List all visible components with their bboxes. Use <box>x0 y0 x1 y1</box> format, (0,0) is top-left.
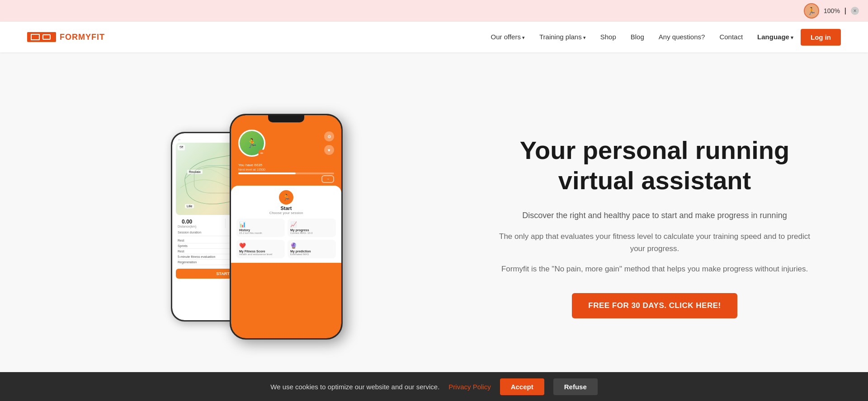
hero-subtitle: Discover the right and healthy pace to s… <box>495 209 814 222</box>
front-card-section: 🏃 Start Choose your session 📊 History 15… <box>231 186 341 263</box>
prediction-sub: Estimated MAS <box>290 253 333 256</box>
phone-front: 🏃 ✏ ⚙ ♥ You have 6635 Next level at 1050… <box>230 114 343 340</box>
fitness-sub: Health and endurance level <box>239 253 282 256</box>
browser-zoom: 100% <box>824 7 840 14</box>
browser-separator: | <box>844 7 846 15</box>
edit-badge: ✏ <box>258 149 265 157</box>
progress-title: My progress <box>290 228 333 232</box>
nav-item-training-plans[interactable]: Training plans <box>539 33 586 41</box>
hero-title: Your personal running virtual assistant <box>495 135 814 196</box>
navbar: FORMYFIT Our offers Training plans Shop … <box>0 22 868 52</box>
history-icon: 📊 <box>239 221 282 228</box>
cookie-accept-button[interactable]: Accept <box>500 378 544 395</box>
start-orange-icon: 🏃 <box>279 190 293 205</box>
fitness-icon: ❤️ <box>239 242 282 249</box>
phone-notch <box>268 115 304 122</box>
cookie-bar: We use cookies to optimize our website a… <box>0 372 868 401</box>
browser-close-button[interactable]: × <box>851 7 859 15</box>
cookie-refuse-button[interactable]: Refuse <box>553 378 598 395</box>
grid-item-prediction: 🔮 My prediction Estimated MAS <box>288 240 336 258</box>
hero-text: Your personal running virtual assistant … <box>477 108 868 346</box>
nav-item-blog[interactable]: Blog <box>631 33 644 41</box>
nav-link-our-offers[interactable]: Our offers <box>491 33 525 41</box>
settings-icon: ⚙ <box>324 131 334 141</box>
progress-bar-fill <box>238 173 296 174</box>
cta-button[interactable]: FREE FOR 30 DAYS. CLICK HERE! <box>572 293 737 318</box>
browser-bar: 🏃 100% | × <box>0 0 868 22</box>
hero-phones: ← ⚙ 🗺 Kortrijk Roubaix Lille <box>0 69 477 385</box>
nav-link-blog[interactable]: Blog <box>631 33 644 41</box>
history-title: History <box>239 228 282 232</box>
history-sub: 15.2 km this month <box>239 232 282 234</box>
hero-desc: The only app that evaluates your fitness… <box>495 230 814 255</box>
nav-links: Our offers Training plans Shop Blog Any … <box>491 33 793 41</box>
nav-link-language[interactable]: Language <box>757 33 793 41</box>
nav-link-questions[interactable]: Any questions? <box>659 33 705 41</box>
nav-item-language[interactable]: Language <box>757 33 793 41</box>
front-header: 🏃 ✏ ⚙ ♥ <box>231 122 341 160</box>
prediction-title: My prediction <box>290 250 333 253</box>
fitness-title: My Fitness Score <box>239 250 282 253</box>
hero-section: ← ⚙ 🗺 Kortrijk Roubaix Lille <box>0 52 868 401</box>
logo-text: FORMYFIT <box>60 33 105 42</box>
start-label: Start <box>236 205 336 211</box>
phone-front-screen: 🏃 ✏ ⚙ ♥ You have 6635 Next level at 1050… <box>231 115 341 338</box>
next-level-text: Next level at 10500 <box>238 168 265 171</box>
progress-icon: 📈 <box>290 221 333 228</box>
phone-container: ← ⚙ 🗺 Kortrijk Roubaix Lille <box>171 114 343 385</box>
start-sub: Choose your session <box>236 211 336 215</box>
map-city2: Roubaix <box>187 170 203 174</box>
nav-item-shop[interactable]: Shop <box>600 33 616 41</box>
prediction-icon: 🔮 <box>290 242 333 249</box>
nav-item-contact[interactable]: Contact <box>719 33 743 41</box>
nav-item-questions[interactable]: Any questions? <box>659 33 705 41</box>
next-btn: → <box>321 175 334 183</box>
logo[interactable]: FORMYFIT <box>27 32 105 42</box>
start-icon-area: 🏃 Start Choose your session <box>236 190 336 215</box>
front-icons: ⚙ ♥ <box>324 131 334 155</box>
progress-sub: Current MAS: 10.0 <box>290 232 333 234</box>
privacy-policy-link[interactable]: Privacy Policy <box>448 383 491 391</box>
cookie-message: We use cookies to optimize our website a… <box>270 383 439 391</box>
points-text: You have 6635 <box>238 163 334 167</box>
grid-item-fitness: ❤️ My Fitness Score Health and endurance… <box>236 240 285 258</box>
avatar-container: 🏃 ✏ <box>238 130 265 157</box>
nav-link-training-plans[interactable]: Training plans <box>539 33 586 41</box>
nav-item-our-offers[interactable]: Our offers <box>491 33 525 41</box>
feature-grid: 📊 History 15.2 km this month 📈 My progre… <box>236 219 336 258</box>
progress-bar-bg <box>238 173 334 174</box>
browser-avatar: 🏃 <box>804 3 819 19</box>
logo-icon <box>27 32 56 42</box>
hero-tagline: Formyfit is the "No pain, more gain" met… <box>495 263 814 275</box>
nav-link-shop[interactable]: Shop <box>600 33 616 41</box>
login-button[interactable]: Log in <box>801 29 841 46</box>
points-bar: You have 6635 Next level at 10500 → <box>231 160 341 186</box>
grid-item-history: 📊 History 15.2 km this month <box>236 219 285 237</box>
nav-link-contact[interactable]: Contact <box>719 33 743 41</box>
map-city3: Lille <box>185 204 194 208</box>
grid-item-progress: 📈 My progress Current MAS: 10.0 <box>288 219 336 237</box>
heart-icon: ♥ <box>324 145 334 155</box>
stat-distance: 0.00 Distance(km) <box>178 219 196 228</box>
